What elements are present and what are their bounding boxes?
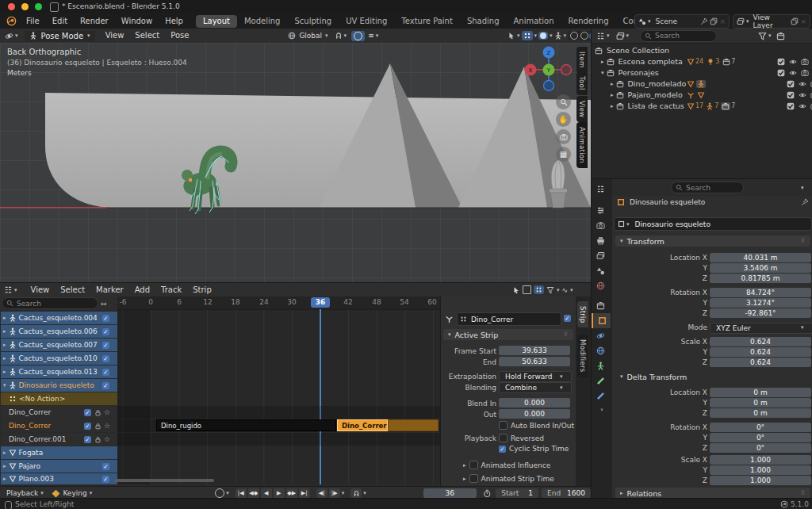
snap-toggle-button[interactable] xyxy=(350,488,362,498)
solo-star-icon[interactable]: ☆ xyxy=(104,408,110,416)
value-field[interactable]: 0.624 xyxy=(710,358,811,367)
menu-edit[interactable]: Edit xyxy=(46,13,74,29)
transform-orientation-selector[interactable]: Global ▾ xyxy=(288,32,327,40)
step-back-button[interactable]: ◀| xyxy=(316,488,327,498)
viewport-menu-view[interactable]: View xyxy=(100,29,130,43)
scene-selector[interactable]: ▾ Scene × xyxy=(634,14,730,29)
hide-eye-icon[interactable] xyxy=(789,58,797,66)
value-field[interactable]: 1.000 xyxy=(710,476,811,485)
reversed-checkbox-row[interactable]: Reversed xyxy=(499,434,544,442)
workspace-tab-layout[interactable]: Layout xyxy=(196,15,237,28)
lock-icon[interactable] xyxy=(94,436,102,443)
nla-channel-cactus-013[interactable]: ▸Cactus_esqueleto.013✓ xyxy=(1,365,117,378)
auto-blend-checkbox-row[interactable]: Auto Blend In/Out xyxy=(499,421,574,430)
tab-physics[interactable] xyxy=(592,328,609,343)
tab-collection[interactable] xyxy=(592,298,609,313)
track-checkbox[interactable]: ✓ xyxy=(84,409,91,416)
properties-search-input[interactable]: Search xyxy=(671,182,744,193)
jump-to-end-button[interactable]: ▶| xyxy=(299,488,310,498)
editor-type-button[interactable]: ▾ xyxy=(5,32,18,40)
pan-view-button[interactable]: ✋ xyxy=(556,112,571,127)
tab-object[interactable] xyxy=(592,313,611,328)
nla-editor-type-button[interactable]: ▾ xyxy=(4,285,17,294)
sidebar-tab-modifiers[interactable]: Modifiers xyxy=(577,335,588,377)
next-keyframe-button[interactable]: ◆▶ xyxy=(286,488,297,498)
channel-checkbox[interactable]: ✓ xyxy=(102,463,109,470)
nla-tracks-area[interactable] xyxy=(117,297,440,484)
cyclic-strip-time-row[interactable]: ✓Cyclic Strip Time xyxy=(499,445,569,453)
disable-render-camera-icon[interactable] xyxy=(801,58,809,66)
value-field[interactable]: 40.031 m xyxy=(710,253,811,262)
tab-constraints[interactable] xyxy=(592,343,609,358)
collapse-icon[interactable]: ▾ xyxy=(601,70,604,76)
blend-out-field[interactable]: 0.000 xyxy=(499,409,570,419)
breadcrumb-object-name[interactable]: Dinosaurio esqueleto xyxy=(630,198,705,206)
auto-keying-record-button[interactable] xyxy=(215,488,224,498)
show-gizmo-button[interactable] xyxy=(522,31,533,40)
panel-drag-dots[interactable]: ⠿ xyxy=(801,238,806,244)
reversed-checkbox[interactable] xyxy=(499,434,508,442)
viewport-menu-select[interactable]: Select xyxy=(129,29,165,43)
nla-channel-dinosaurio-esqueleto[interactable]: ▾Dinosaurio esqueleto✓ xyxy=(1,379,117,392)
npanel-tab-animation[interactable]: Animation xyxy=(576,122,588,168)
value-field[interactable]: 0 m xyxy=(710,408,811,418)
nla-channel-cactus-010[interactable]: ▸Cactus_esqueleto.010✓ xyxy=(1,352,117,365)
expand-icon[interactable]: ▸ xyxy=(611,92,614,98)
proportional-editing-button[interactable] xyxy=(351,31,365,41)
end-value[interactable]: 1600 xyxy=(567,489,585,497)
value-field[interactable]: 0° xyxy=(710,423,811,432)
outliner-row-escena-completa[interactable]: ▸ Escena completa 24 3 7 xyxy=(601,56,809,67)
value-field[interactable]: 3.1274° xyxy=(710,298,811,308)
pin-id-icon[interactable] xyxy=(801,198,809,206)
solo-star-icon[interactable]: ☆ xyxy=(104,422,110,430)
nla-menu-track[interactable]: Track xyxy=(155,283,187,297)
transform-panel-header[interactable]: ▾ Transform ⠿ xyxy=(615,235,810,247)
workspace-tab-texture-paint[interactable]: Texture Paint xyxy=(394,15,460,28)
snap-settings-button[interactable]: ▾ xyxy=(335,32,347,40)
mode-selector[interactable]: Pose Mode ▾ xyxy=(25,31,95,41)
playhead-line[interactable] xyxy=(320,309,321,484)
workspace-tab-animation[interactable]: Animation xyxy=(507,15,561,28)
copy-view-layer-icon[interactable] xyxy=(791,17,799,25)
nla-channel-cactus-006[interactable]: ▸Cactus_esqueleto.006✓ xyxy=(1,325,117,338)
jump-to-start-button[interactable]: |◀ xyxy=(236,488,247,498)
checkbox-icon[interactable] xyxy=(777,69,785,77)
value-field[interactable]: 1.000 xyxy=(710,455,811,465)
box-select-icon[interactable] xyxy=(523,285,531,294)
channel-checkbox[interactable]: ✓ xyxy=(102,369,109,376)
workspace-tab-sculpting[interactable]: Sculpting xyxy=(287,15,339,28)
show-overlays-button[interactable] xyxy=(538,32,548,40)
workspace-tab-uv-editing[interactable]: UV Editing xyxy=(339,15,394,28)
copy-scene-icon[interactable] xyxy=(710,17,718,25)
panel-drag-dots[interactable]: ⠿ xyxy=(801,490,806,496)
outliner-display-mode-icon[interactable] xyxy=(596,32,605,40)
select-tool-icon[interactable] xyxy=(512,286,520,294)
view-layer-selector[interactable]: ▾ View Layer × xyxy=(733,14,810,29)
toggle-orthographic-button[interactable]: ▦ xyxy=(556,147,571,162)
relations-panel-header[interactable]: ▸ Relations ⠿ xyxy=(615,488,810,499)
menu-file[interactable]: File xyxy=(20,13,46,29)
blender-logo-icon[interactable] xyxy=(6,16,17,26)
snap-curve-icon[interactable]: ∿ xyxy=(562,286,569,294)
channel-checkbox[interactable]: ✓ xyxy=(102,355,109,362)
shading-solid-icon[interactable] xyxy=(580,32,588,40)
animated-influence-row[interactable]: ▸Animated Influence xyxy=(463,461,550,469)
tab-render[interactable] xyxy=(592,218,609,233)
value-field[interactable]: -92.861° xyxy=(710,308,811,318)
hide-eye-icon[interactable] xyxy=(799,102,806,110)
pin-icon[interactable] xyxy=(700,17,708,25)
tab-scene[interactable] xyxy=(592,263,609,278)
channel-checkbox[interactable]: ✓ xyxy=(102,328,109,335)
tab-tool[interactable] xyxy=(592,203,609,218)
step-forward-button[interactable]: |▶ xyxy=(329,488,340,498)
playback-menu[interactable]: Playback xyxy=(6,489,38,497)
value-field[interactable]: 3.5406 m xyxy=(710,263,811,273)
selectability-icon[interactable] xyxy=(508,32,515,40)
zoom-window-button[interactable] xyxy=(35,3,42,10)
solo-star-icon[interactable]: ☆ xyxy=(104,435,110,443)
horizontal-scrollbar[interactable] xyxy=(114,479,214,482)
nla-track-dino-correr-1[interactable]: Dino_Correr✓☆ xyxy=(1,406,117,419)
object-name-field[interactable]: ▾ Dinosaurio esqueleto xyxy=(614,217,812,231)
menu-render[interactable]: Render xyxy=(74,13,115,29)
outliner-funnel-icon[interactable] xyxy=(758,32,767,40)
